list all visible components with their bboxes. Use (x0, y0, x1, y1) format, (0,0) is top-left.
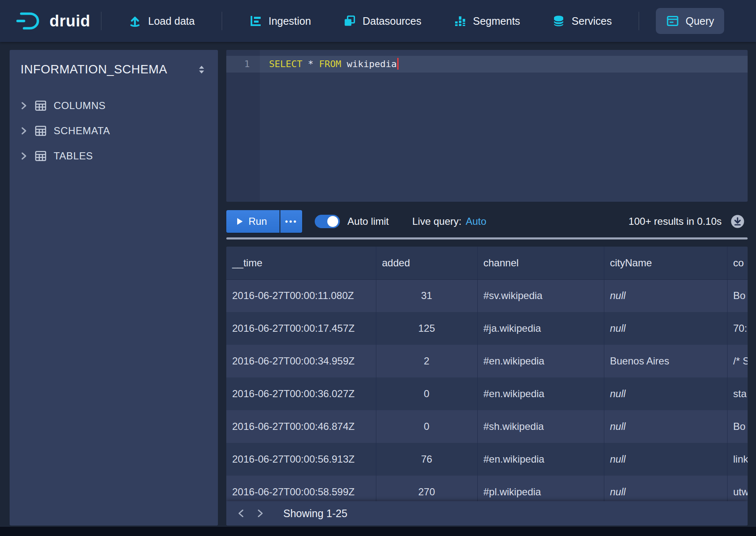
column-header-__time[interactable]: __time (226, 247, 376, 279)
panel-resize-divider[interactable] (226, 237, 748, 239)
nav-item-datasources[interactable]: Datasources (333, 8, 431, 34)
ingestion-icon (249, 14, 262, 28)
nav-item-services[interactable]: Services (542, 8, 622, 34)
nav-item-ingestion[interactable]: Ingestion (239, 8, 321, 34)
cell-co[interactable]: utw (727, 476, 748, 501)
chevron-right-icon[interactable] (18, 101, 28, 111)
nav-item-segments[interactable]: Segments (443, 8, 531, 34)
cell-__time[interactable]: 2016-06-27T00:00:11.080Z (226, 279, 376, 312)
result-row: 2016-06-27T00:00:17.457Z125#ja.wikipedia… (226, 312, 748, 345)
druid-home-link[interactable]: druid (16, 11, 90, 31)
auto-limit-toggle[interactable] (315, 215, 340, 228)
nav-item-query[interactable]: Query (656, 8, 724, 34)
query-workbench: 1 SELECT * FROM wikipedia Run ••• Auto l… (226, 50, 748, 526)
cell-__time[interactable]: 2016-06-27T00:00:34.959Z (226, 345, 376, 377)
text-cursor (397, 58, 399, 70)
schema-selector[interactable]: INFORMATION_SCHEMA (10, 50, 218, 76)
schema-sidebar: INFORMATION_SCHEMA COLUMNS (10, 50, 218, 526)
more-dots-icon: ••• (285, 217, 298, 226)
cell-cityName[interactable]: null (604, 410, 727, 443)
query-icon (666, 14, 679, 28)
nav-separator (222, 12, 222, 30)
sql-editor[interactable]: 1 SELECT * FROM wikipedia (226, 50, 748, 202)
line-number: 1 (226, 56, 260, 73)
sql-keyword: SELECT (269, 59, 302, 69)
upload-icon (128, 14, 142, 28)
column-header-cityName[interactable]: cityName (604, 247, 727, 279)
run-button[interactable]: Run (226, 210, 280, 233)
druid-logo-icon (16, 11, 43, 31)
cell-added[interactable]: 0 (376, 410, 477, 443)
tree-item-label: TABLES (54, 150, 93, 162)
nav-label: Datasources (362, 15, 421, 27)
column-header-added[interactable]: added (376, 247, 477, 279)
chevron-right-icon[interactable] (18, 151, 28, 161)
prev-page-button[interactable] (232, 504, 251, 523)
tree-item-label: SCHEMATA (54, 125, 110, 137)
cell-cityName[interactable]: null (604, 279, 727, 312)
table-icon (34, 150, 47, 162)
cell-co[interactable]: link (727, 443, 748, 476)
results-scroll-area[interactable]: __time added channel cityName co 2016-06… (226, 247, 748, 501)
run-more-button[interactable]: ••• (280, 210, 302, 233)
cell-__time[interactable]: 2016-06-27T00:00:36.027Z (226, 377, 376, 410)
sql-code-line[interactable]: SELECT * FROM wikipedia (269, 56, 399, 73)
play-icon (236, 218, 243, 225)
table-icon (34, 125, 47, 137)
showing-range-label: Showing 1-25 (283, 507, 347, 520)
cell-channel[interactable]: #en.wikipedia (477, 345, 604, 377)
nav-item-load-data[interactable]: Load data (118, 8, 205, 34)
cell-channel[interactable]: #en.wikipedia (477, 377, 604, 410)
tree-item-schemata[interactable]: SCHEMATA (10, 118, 218, 143)
cell-added[interactable]: 0 (376, 377, 477, 410)
column-header-comment[interactable]: co (727, 247, 748, 279)
sql-text: * (302, 59, 319, 69)
cell-added[interactable]: 270 (376, 476, 477, 501)
schema-selector-value: INFORMATION_SCHEMA (21, 62, 167, 76)
cell-co[interactable]: /* S (727, 345, 748, 377)
sql-text: wikipedia (341, 59, 396, 69)
cell-cityName[interactable]: null (604, 312, 727, 345)
cell-added[interactable]: 31 (376, 279, 477, 312)
cell-cityName[interactable]: null (604, 443, 727, 476)
results-tbody: 2016-06-27T00:00:11.080Z31#sv.wikipedian… (226, 279, 748, 501)
run-bar: Run ••• Auto limit Live query: Auto 100+… (226, 209, 748, 234)
cell-added[interactable]: 2 (376, 345, 477, 377)
cell-co[interactable]: sta (727, 377, 748, 410)
cell-added[interactable]: 125 (376, 312, 477, 345)
cell-__time[interactable]: 2016-06-27T00:00:46.874Z (226, 410, 376, 443)
live-query-label: Live query: (412, 216, 461, 227)
live-query-value[interactable]: Auto (466, 216, 486, 227)
result-row: 2016-06-27T00:00:36.027Z0#en.wikipedianu… (226, 377, 748, 410)
tree-item-columns[interactable]: COLUMNS (10, 93, 218, 118)
cell-cityName[interactable]: Buenos Aires (604, 345, 727, 377)
results-panel: __time added channel cityName co 2016-06… (226, 247, 748, 526)
result-row: 2016-06-27T00:00:56.913Z76#en.wikipedian… (226, 443, 748, 476)
cell-co[interactable]: Bo (727, 279, 748, 312)
cell-__time[interactable]: 2016-06-27T00:00:56.913Z (226, 443, 376, 476)
cell-co[interactable]: Bo (727, 410, 748, 443)
cell-cityName[interactable]: null (604, 377, 727, 410)
cell-__time[interactable]: 2016-06-27T00:00:17.457Z (226, 312, 376, 345)
download-circle-icon[interactable] (730, 214, 745, 229)
next-page-button[interactable] (251, 504, 269, 523)
cell-added[interactable]: 76 (376, 443, 477, 476)
cell-channel[interactable]: #sh.wikipedia (477, 410, 604, 443)
cell-channel[interactable]: #en.wikipedia (477, 443, 604, 476)
nav-label: Segments (473, 15, 520, 27)
cell-cityName[interactable]: null (604, 476, 727, 501)
sql-keyword: FROM (319, 59, 341, 69)
chevron-right-icon[interactable] (18, 126, 28, 136)
chevron-left-icon (236, 508, 247, 519)
tree-item-tables[interactable]: TABLES (10, 143, 218, 169)
cell-channel[interactable]: #ja.wikipedia (477, 312, 604, 345)
tree-item-label: COLUMNS (54, 100, 106, 112)
schema-tree: COLUMNS SCHEMATA (10, 93, 218, 169)
column-header-channel[interactable]: channel (477, 247, 604, 279)
cell-channel[interactable]: #pl.wikipedia (477, 476, 604, 501)
cell-channel[interactable]: #sv.wikipedia (477, 279, 604, 312)
nav-label: Load data (148, 15, 194, 27)
cell-__time[interactable]: 2016-06-27T00:00:58.599Z (226, 476, 376, 501)
nav-label: Query (686, 15, 714, 27)
cell-co[interactable]: 70: (727, 312, 748, 345)
